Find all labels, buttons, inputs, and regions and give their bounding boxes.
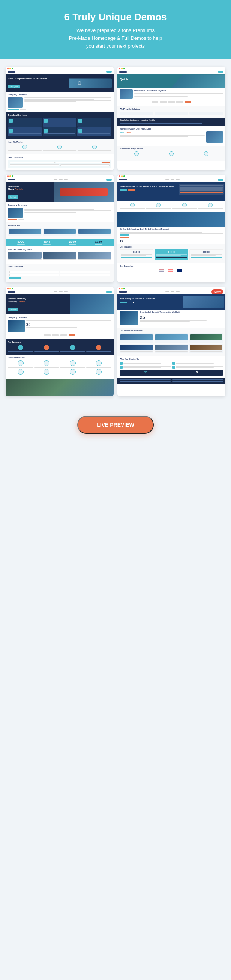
section-title-range-6: Providing Full Range Of Transportation W… bbox=[140, 312, 223, 313]
section-title-hw-1: How We Works bbox=[8, 141, 111, 143]
section-title-lead-2: World's Leading Contract Logistics Provi… bbox=[120, 119, 223, 121]
price-1: $19.00 bbox=[121, 251, 152, 253]
demo-row-2: InnovativeThing Provide Get Quote Compan… bbox=[6, 175, 225, 282]
section-why-6: Why You Choice Us bbox=[117, 356, 225, 377]
dot-yellow bbox=[9, 68, 11, 69]
live-preview-button[interactable]: LIVE PREVIEW bbox=[77, 416, 154, 434]
price-2: $49.00 bbox=[156, 251, 187, 253]
section-howworks-1: How We Works bbox=[6, 139, 114, 154]
hero-3: InnovativeThing Provide Get Quote bbox=[6, 182, 114, 202]
section-services-1: Transland Services bbox=[6, 112, 114, 139]
section-title-depts-5: Our Departments bbox=[8, 356, 111, 359]
hero-2: Quick bbox=[117, 74, 225, 88]
mockup-nav-bar bbox=[6, 67, 114, 70]
footer-6 bbox=[117, 377, 225, 384]
dot-red bbox=[7, 68, 9, 69]
section-title-calc-3: Cost Calculator bbox=[8, 266, 111, 268]
flag-ca bbox=[168, 269, 173, 272]
live-preview-section: LIVE PREVIEW bbox=[0, 408, 231, 441]
section-range-6: Providing Full Range Of Transportation W… bbox=[117, 310, 225, 328]
section-title-sv-1: Transland Services bbox=[8, 114, 111, 116]
section-ship-4: We Plan And Coordinate Road, Air And Sea… bbox=[117, 212, 225, 244]
section-title-sol-2: We Provide Solution bbox=[120, 108, 223, 110]
page-header: 6 Truly Unique Demos We have prepared a … bbox=[0, 0, 231, 59]
hero-truck-img bbox=[69, 78, 112, 88]
section-depts-5: Our Departments bbox=[6, 355, 114, 379]
section-title-qual-2: Magnificent Quality Gives You An Edge bbox=[120, 128, 223, 130]
page-subtitle: We have prepared a tons PremiumsPre-Made… bbox=[8, 27, 223, 50]
hero-cta-1: Get A Quote bbox=[8, 85, 20, 88]
section-title-feat-5: Our Features bbox=[8, 341, 111, 343]
section-title-services-6: Our Awesome Services bbox=[120, 329, 223, 332]
hero-title-4: We Provide One Stop Logistic & Warehousi… bbox=[120, 185, 177, 188]
hero-circle-1 bbox=[78, 81, 81, 85]
mockup-nav-2 bbox=[117, 70, 225, 74]
demo-card-1[interactable]: Best Transport Service In The World Get … bbox=[6, 67, 114, 170]
demo-card-4[interactable]: We Provide One Stop Logistic & Warehousi… bbox=[117, 175, 225, 282]
section-pricing-4: Our Features $19.00 $49.00 bbox=[117, 244, 225, 263]
hero-title-1: Best Transport Service In The World bbox=[8, 77, 70, 80]
section-title-co-3: Company Overview bbox=[8, 204, 111, 206]
hero-title-6: Best Transport Service In The World bbox=[120, 298, 182, 300]
section-title-calc-1: Cost Calculator bbox=[8, 156, 111, 159]
demo-card-2[interactable]: Quick Initiatives In Goods Move Anywhere… bbox=[117, 67, 225, 170]
logo-1 bbox=[8, 72, 15, 73]
section-features-5: Our Features bbox=[6, 339, 114, 355]
hero-5: Express DeliveryOf Every Goods Get Quote bbox=[6, 294, 114, 315]
section-title-co-1: Company Overview bbox=[8, 94, 111, 96]
flag-us bbox=[159, 269, 164, 272]
section-leading-2: World's Leading Contract Logistics Provi… bbox=[117, 118, 225, 126]
page-title: 6 Truly Unique Demos bbox=[8, 11, 223, 23]
section-reasons-2: 5 Reasons Why Choose bbox=[117, 146, 225, 161]
price-3: $99.00 bbox=[190, 251, 222, 253]
section-title-reasons-2: 5 Reasons Why Choose bbox=[120, 148, 223, 150]
demo-card-5[interactable]: Express DeliveryOf Every Goods Get Quote… bbox=[6, 287, 114, 397]
section-stats-3: 8700 5644 2390 1150 bbox=[6, 239, 114, 247]
demo2-label: Quick bbox=[120, 77, 182, 81]
demo-card-3[interactable]: InnovativeThing Provide Get Quote Compan… bbox=[6, 175, 114, 282]
section-quality-2: Magnificent Quality Gives You An Edge 35… bbox=[117, 126, 225, 146]
section-company-overview-1: Company Overview bbox=[6, 92, 114, 112]
dot-green bbox=[12, 68, 13, 69]
port-image-5 bbox=[6, 379, 114, 396]
section-title-feat-4: Our Features bbox=[120, 246, 223, 248]
section-solution-2: We Provide Solution bbox=[117, 106, 225, 118]
section-title-team-3: Meet Our Amazing Team bbox=[8, 248, 111, 251]
demo-card-6[interactable]: Best Transport Service In The World Prov… bbox=[117, 287, 225, 397]
section-port-5 bbox=[6, 379, 114, 396]
hero-title-5: Express DeliveryOf Every Goods bbox=[8, 298, 70, 304]
section-services-6: Our Awesome Services bbox=[117, 328, 225, 356]
section-co-3: Company Overview bbox=[6, 202, 114, 223]
section-initiatives-2: Initiatives In Goods Move Anywhere. bbox=[117, 88, 225, 106]
section-team-3: Meet Our Amazing Team bbox=[6, 247, 114, 264]
demos-grid: Best Transport Service In The World Get … bbox=[0, 59, 231, 408]
section-title-co-5: Company Overview bbox=[8, 316, 111, 318]
nav-5 bbox=[6, 290, 114, 294]
section-icons-4 bbox=[117, 201, 225, 212]
section-calc-3: Cost Calculator bbox=[6, 264, 114, 282]
nav-links-1 bbox=[51, 72, 71, 73]
mockup-nav-bar-2 bbox=[117, 67, 225, 70]
flag-gb bbox=[177, 269, 182, 272]
mockup-nav-1 bbox=[6, 70, 114, 74]
section-title-wwd-3: What We Do bbox=[8, 224, 111, 226]
section-title-why-6: Why You Choice Us bbox=[120, 358, 223, 360]
nav-6 bbox=[117, 290, 225, 294]
section-whatwedo-3: What We Do bbox=[6, 223, 114, 239]
section-title-road-4: We Plan And Coordinate Road, Air And Sea… bbox=[120, 228, 223, 230]
section-branches-4: Our Branches bbox=[117, 263, 225, 277]
section-calculator-1: Cost Calculator bbox=[6, 154, 114, 170]
section-co-5: Company Overview 30 bbox=[6, 314, 114, 339]
section-title-branch-4: Our Branches bbox=[120, 265, 223, 267]
hero-6: Best Transport Service In The World bbox=[117, 294, 225, 310]
section-title-init-2: Initiatives In Goods Move Anywhere. bbox=[134, 89, 223, 92]
hero-4: We Provide One Stop Logistic & Warehousi… bbox=[117, 182, 225, 201]
demo-row-3: Express DeliveryOf Every Goods Get Quote… bbox=[6, 287, 225, 397]
hero-1: Best Transport Service In The World Get … bbox=[6, 74, 114, 92]
demo-row-1: Best Transport Service In The World Get … bbox=[6, 67, 225, 170]
